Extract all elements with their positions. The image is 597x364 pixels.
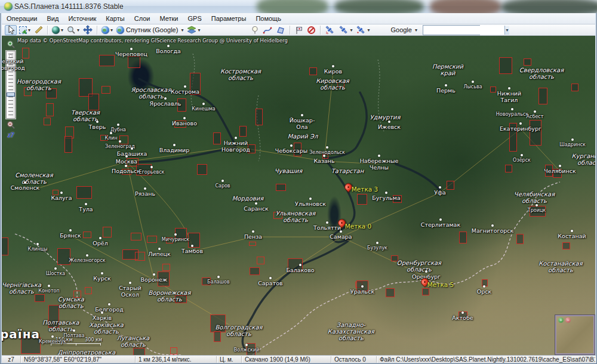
zoom-slider-thumb[interactable]	[7, 92, 15, 97]
add-path-button[interactable]	[261, 25, 273, 35]
tile-grid-rect	[2, 237, 8, 255]
search-input[interactable]	[423, 26, 504, 35]
map-label: Иваново	[172, 121, 197, 127]
zoom-slider[interactable]	[6, 51, 16, 119]
city-dot	[326, 221, 328, 224]
map-label: Владимир	[159, 147, 190, 154]
menu-placemarks[interactable]: Метки	[155, 14, 183, 23]
city-dot	[131, 147, 133, 150]
gps-connect-button[interactable]	[324, 25, 336, 35]
map-label: Челябинск	[544, 168, 576, 175]
tile-grid-rect	[276, 184, 286, 191]
city-dot	[110, 132, 112, 134]
polygon-icon	[276, 26, 285, 35]
cursor-tool-button[interactable]	[5, 25, 17, 35]
city-dot	[425, 270, 427, 273]
road-lines	[39, 72, 560, 331]
map-label: Костанай	[558, 233, 586, 240]
menu-gps[interactable]: GPS	[183, 14, 207, 23]
glass-reflection	[257, 0, 328, 13]
map-source-button[interactable]: ▾	[100, 25, 114, 35]
title-bar[interactable]: SAS.Планета 141111.8376 Stable	[0, 0, 597, 13]
minimap-zoom-out-button[interactable]: −	[565, 317, 571, 323]
add-placemark-button[interactable]	[249, 25, 260, 35]
city-dot	[36, 243, 39, 245]
add-polygon-button[interactable]	[275, 25, 287, 35]
menu-source[interactable]: Источник	[63, 14, 101, 23]
map-label: Череповец	[115, 51, 147, 58]
map-label: Стерлитамак	[421, 222, 460, 229]
status-scale: 1 км 236,14 м/пикс.	[136, 356, 217, 363]
map-label: Нижний Тагил	[497, 91, 521, 103]
tile-grid-rect	[524, 58, 531, 66]
map-label: Бузулук	[367, 246, 387, 251]
chevron-down-icon: ▾	[198, 27, 200, 33]
fullmap-button[interactable]: ▾	[51, 25, 64, 35]
zoom-tool-button[interactable]: ▾	[66, 25, 81, 35]
status-bar: z7 N59°38'37,58" E60°02'19,87" 1 км 236,…	[2, 355, 595, 363]
city-dot	[461, 311, 464, 314]
map-label: Татарстан	[331, 168, 364, 174]
gps-options-button[interactable]: ▾	[355, 25, 371, 35]
city-dot	[129, 282, 131, 284]
placemark-label: Метка 3	[352, 186, 378, 193]
zoom-in-button[interactable]	[6, 39, 16, 50]
city-dot	[125, 165, 127, 167]
menu-maps[interactable]: Карты	[101, 14, 129, 23]
minimap-zoom-in-button[interactable]: +	[558, 317, 564, 323]
menu-help[interactable]: Помощь	[251, 14, 286, 23]
search-combobox[interactable]: ▼	[423, 25, 480, 35]
tile-grid-rect	[48, 305, 59, 328]
hide-marks-button[interactable]	[306, 25, 317, 35]
region-border-lines	[191, 54, 384, 161]
menu-operations[interactable]: Операции	[2, 14, 42, 23]
pan-tool-button[interactable]	[82, 25, 94, 35]
chevron-down-icon: ▾	[61, 27, 63, 33]
city-dot	[191, 245, 193, 247]
tile-grid-rect	[562, 242, 570, 249]
minimap[interactable]: + −	[555, 315, 595, 354]
tile-grid-rect	[213, 132, 221, 144]
tile-grid-rect	[136, 164, 152, 175]
city-dot	[221, 180, 224, 182]
tile-grid-rect	[122, 249, 139, 260]
map-label: Липецк	[148, 251, 171, 258]
satellite-icon	[325, 25, 335, 35]
tile-grid-rect	[127, 158, 139, 166]
gps-track-button[interactable]: ▾	[337, 25, 353, 35]
map-type-button[interactable]: Спутник (Google) ▾	[115, 25, 184, 35]
zoom-out-button[interactable]	[6, 120, 16, 130]
map-label: Новоуральск	[496, 112, 528, 118]
zoom-level-label[interactable]: z7	[8, 132, 14, 138]
city-dot	[376, 242, 378, 244]
measure-tool-button[interactable]	[33, 25, 44, 35]
tile-grid-rect	[135, 252, 145, 261]
tile-grid-rect	[88, 94, 99, 110]
map-label: Марий Эл	[288, 133, 318, 140]
map-label: Брянск	[60, 233, 81, 239]
glass-reflection	[501, 0, 597, 13]
map-viewport[interactable]: Map data © OpenStreetMap contributors, r…	[2, 36, 595, 355]
selection-icon	[19, 26, 27, 34]
map-label: Набережные Челны	[360, 158, 399, 171]
cancel-icon	[307, 26, 315, 34]
selection-tool-button[interactable]: ▾	[18, 25, 32, 35]
map-label: Костанайская область	[538, 260, 583, 273]
chevron-down-icon: ▾	[415, 27, 417, 33]
map-label: Актобе	[452, 315, 473, 322]
map-label: Курск	[93, 276, 110, 282]
menu-layers[interactable]: Слои	[130, 14, 155, 23]
menu-view[interactable]: Вид	[42, 14, 63, 23]
placemark-manager-button[interactable]	[293, 25, 304, 35]
map-label: Уральск	[350, 289, 374, 295]
menu-settings[interactable]: Параметры	[207, 14, 251, 23]
city-dot	[117, 124, 119, 126]
search-dropdown-button[interactable]: ▼	[504, 26, 509, 35]
tile-grid-rect	[490, 87, 496, 92]
ruler-icon	[35, 26, 42, 34]
search-provider-button[interactable]: Google ▾	[387, 25, 418, 35]
chevron-down-icon: ▼	[505, 28, 509, 32]
map-label: Тольятти	[313, 225, 341, 232]
layers-button[interactable]: ▾	[186, 25, 201, 35]
city-dot	[511, 108, 513, 110]
